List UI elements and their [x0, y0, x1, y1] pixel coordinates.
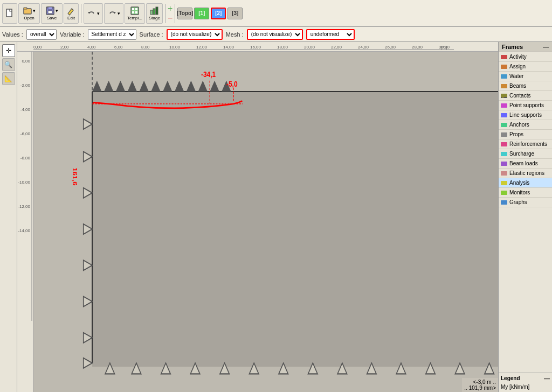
svg-marker-51	[139, 81, 148, 92]
svg-text:16,00: 16,00	[250, 45, 261, 50]
svg-text:8,00: 8,00	[141, 45, 150, 50]
svg-text:10,00: 10,00	[169, 45, 181, 50]
legend-line1: My [kNm/m]	[501, 384, 550, 390]
values-label: Values :	[2, 31, 23, 38]
svg-text:-2,00: -2,00	[20, 83, 31, 88]
variable-select[interactable]: Settlement d z	[88, 29, 136, 40]
svg-rect-14	[150, 10, 153, 15]
svg-text:6,00: 6,00	[114, 45, 123, 50]
svg-marker-68	[84, 119, 92, 129]
frame-beams[interactable]: Beams	[499, 81, 552, 91]
add-button[interactable]: +	[168, 4, 172, 13]
svg-marker-74	[84, 333, 92, 343]
svg-text:0,00: 0,00	[22, 59, 30, 64]
svg-rect-45	[92, 92, 498, 367]
frames-close[interactable]: —	[543, 44, 549, 50]
frame-reinforcements[interactable]: Reinforcements	[499, 139, 552, 149]
frame-graphs[interactable]: Graphs	[499, 198, 552, 207]
remove-button[interactable]: −	[168, 14, 172, 23]
sep3	[175, 4, 175, 23]
svg-rect-11	[132, 11, 134, 13]
svg-rect-4	[48, 11, 52, 13]
svg-rect-12	[135, 8, 137, 10]
svg-text:-8,00: -8,00	[20, 156, 31, 160]
svg-marker-73	[84, 297, 92, 307]
svg-rect-0	[6, 9, 12, 17]
frame-anchors[interactable]: Anchors	[499, 120, 552, 130]
svg-text:-6,00: -6,00	[20, 131, 31, 136]
canvas-area[interactable]: 0,00 2,00 4,00 6,00 8,00 10,00 12,00 14,…	[17, 42, 498, 392]
frame-monitors[interactable]: Monitors	[499, 188, 552, 198]
new-button[interactable]	[2, 3, 17, 24]
frames-title: Frames	[502, 44, 523, 50]
left-sidebar: ✛ 🔍 📐	[0, 42, 17, 392]
frame-water[interactable]: Water	[499, 72, 552, 81]
tab-1[interactable]: [1]	[194, 8, 209, 19]
svg-marker-56	[198, 81, 208, 92]
frame-activity[interactable]: Activity	[499, 52, 552, 62]
save-button[interactable]: ▾ Save	[41, 3, 63, 24]
moment-note: .. 101,9 mm>	[464, 385, 496, 391]
svg-text:12,00: 12,00	[196, 45, 208, 50]
ruler-y: 0,00 -2,00 -4,00 -6,00 -8,00 -10,00 -12,…	[17, 52, 33, 392]
template-button[interactable]: Templ...	[125, 3, 145, 24]
legend-close[interactable]: —	[544, 375, 550, 382]
variable-label: Variable :	[60, 31, 85, 38]
svg-text:20,00: 20,00	[304, 45, 315, 50]
svg-marker-75	[84, 358, 92, 368]
frames-header: Frames —	[499, 42, 552, 52]
tab-topo[interactable]: [Topo]	[177, 8, 192, 19]
frames-panel: Frames — Activity Assign Water Beams	[498, 42, 552, 392]
svg-rect-13	[135, 11, 137, 13]
svg-marker-52	[151, 81, 160, 92]
depth-note: <-3,0 m ..	[464, 379, 496, 385]
tab-3[interactable]: [3]	[227, 8, 243, 19]
drawing-canvas[interactable]: -34,1 -5,0 161,6 <-3,0 m .. .. 101,9 mm>	[33, 52, 498, 392]
frame-line-supports[interactable]: Line supports	[499, 110, 552, 120]
svg-marker-49	[116, 81, 125, 92]
values-select[interactable]: overall	[26, 29, 57, 40]
deform-select[interactable]: undeformed	[306, 29, 355, 40]
frame-props[interactable]: Props	[499, 130, 552, 139]
stage-button[interactable]: Stage	[146, 3, 163, 24]
svg-text:26,00: 26,00	[385, 45, 396, 50]
frame-point-supports[interactable]: Point supports	[499, 101, 552, 110]
redo-button[interactable]: ▾	[104, 3, 123, 24]
surface-label: Surface :	[140, 31, 163, 38]
svg-marker-57	[210, 81, 219, 92]
svg-text:-5,0: -5,0	[226, 79, 238, 88]
frame-surcharge[interactable]: Surcharge	[499, 149, 552, 159]
svg-marker-48	[104, 81, 113, 92]
frame-assign[interactable]: Assign	[499, 62, 552, 72]
svg-rect-10	[132, 8, 134, 10]
svg-text:24,00: 24,00	[358, 45, 369, 50]
frame-beam-loads[interactable]: Beam loads	[499, 159, 552, 169]
sep1	[81, 4, 81, 23]
frame-analysis[interactable]: Analysis	[499, 178, 552, 188]
tab-2[interactable]: [2]	[211, 8, 226, 19]
mesh-select[interactable]: (do not visualize)	[247, 29, 303, 40]
content-area: 0,00 2,00 4,00 6,00 8,00 10,00 12,00 14,…	[17, 42, 498, 392]
surface-select[interactable]: (do not visualize)	[167, 29, 223, 40]
svg-marker-54	[175, 81, 184, 92]
svg-text:18,00: 18,00	[277, 45, 288, 50]
svg-text:4,00: 4,00	[87, 45, 96, 50]
svg-text:28,00: 28,00	[412, 45, 423, 50]
ruler-top: 0,00 2,00 4,00 6,00 8,00 10,00 12,00 14,…	[17, 42, 498, 52]
measure-tool[interactable]: 📐	[2, 72, 15, 85]
pan-tool[interactable]: ✛	[2, 44, 15, 57]
svg-text:0,00: 0,00	[33, 45, 42, 50]
open-button[interactable]: ▾ Open	[18, 3, 40, 24]
svg-text:-10,00: -10,00	[18, 180, 30, 185]
frame-contacts[interactable]: Contacts	[499, 91, 552, 101]
legend-title: Legend	[501, 375, 520, 382]
undo-button[interactable]: ▾	[84, 3, 103, 24]
frame-elastic-regions[interactable]: Elastic regions	[499, 169, 552, 178]
edit-button[interactable]: Edit	[64, 3, 79, 24]
svg-text:-34,1: -34,1	[201, 70, 216, 79]
svg-text:2,00: 2,00	[60, 45, 69, 50]
zoom-tool[interactable]: 🔍	[2, 58, 15, 71]
canvas-info: <-3,0 m .. .. 101,9 mm>	[462, 378, 498, 392]
values-bar: Values : overall Variable : Settlement d…	[0, 27, 552, 42]
svg-text:-14,00: -14,00	[18, 228, 30, 233]
